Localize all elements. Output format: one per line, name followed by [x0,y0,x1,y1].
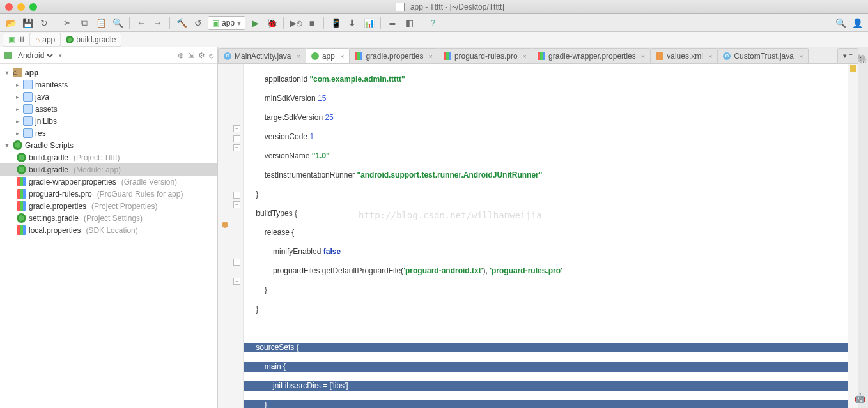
forward-icon[interactable]: → [151,16,165,30]
editor-tab[interactable]: gradle.properties× [349,48,438,63]
user-icon[interactable]: 👤 [850,16,864,30]
close-window-icon[interactable] [5,3,13,11]
copy-icon[interactable]: ⧉ [77,16,91,30]
maximize-window-icon[interactable] [29,3,37,11]
run-config-selector[interactable]: ▣app▾ [208,16,245,30]
tree-item[interactable]: ▸manifests [0,79,217,91]
project-tool-window: Android ▾ ⊕ ⇲ ⚙ ⎋ ▼⌂app ▸manifests▸java▸… [0,47,218,408]
minimize-window-icon[interactable] [17,3,25,11]
breadcrumb-item[interactable]: build.gradle [60,33,121,47]
profiler-icon[interactable]: 📊 [362,16,376,30]
close-tab-icon[interactable]: × [523,52,527,60]
editor-area: CMainActivity.java×app×gradle.properties… [218,47,858,408]
editor-tab[interactable]: values.xml× [650,48,718,63]
project-view-selector[interactable]: Android [15,50,55,61]
avd-icon[interactable]: 📱 [329,16,343,30]
close-tab-icon[interactable]: × [641,52,645,60]
tree-item[interactable]: gradle.properties(Project Properties) [0,200,217,212]
build-icon[interactable]: 🔨 [174,16,189,30]
settings-icon[interactable]: ⚙ [198,51,205,60]
attach-icon[interactable]: ▶⎋ [288,16,302,30]
tree-gradle-root[interactable]: ▼Gradle Scripts [0,139,217,151]
close-tab-icon[interactable]: × [799,52,803,60]
stop-icon[interactable]: ■ [305,16,319,30]
tree-item[interactable]: build.gradle(Module: app) [0,163,217,176]
main-toolbar: 📂 💾 ↻ ✂ ⧉ 📋 🔍 ← → 🔨 ↺ ▣app▾ ▶ 🐞 ▶⎋ ■ 📱 ⬇… [0,14,868,32]
close-tab-icon[interactable]: × [340,52,344,60]
sync-gradle-icon[interactable]: ↺ [191,16,205,30]
close-tab-icon[interactable]: × [296,52,300,60]
tree-item[interactable]: ▸res [0,127,217,139]
gradle-tool-button[interactable]: 🐘 Gradle [858,47,868,408]
mac-titlebar: app - Ttttt - [~/Desktop/Ttttt] [0,0,868,14]
editor-tab[interactable]: proguard-rules.pro× [438,48,532,63]
tree-item[interactable]: ▸java [0,91,217,103]
breadcrumb-item[interactable]: ⌂app [29,33,61,47]
window-title: app - Ttttt - [~/Desktop/Ttttt] [37,2,863,12]
project-header: Android ▾ ⊕ ⇲ ⚙ ⎋ [0,47,217,64]
breadcrumb-item[interactable]: ▣ttt [3,33,30,47]
debug-icon[interactable]: 🐞 [265,16,279,30]
editor-tabs: CMainActivity.java×app×gradle.properties… [218,47,858,64]
breadcrumb-bar: ▣ttt ⌂app build.gradle [0,32,868,47]
back-icon[interactable]: ← [134,16,148,30]
editor-gutter[interactable]: − − − − − − − [218,64,244,408]
project-tree[interactable]: ▼⌂app ▸manifests▸java▸assets▸jniLibs▸res… [0,64,217,408]
editor-error-stripe[interactable] [848,64,858,408]
open-icon[interactable]: 📂 [4,16,18,30]
warning-marker-icon[interactable] [850,65,856,72]
code-editor[interactable]: applicationId "com.example.admin.ttttt" … [244,64,848,408]
tree-root[interactable]: ▼⌂app [0,66,217,79]
close-tab-icon[interactable]: × [428,52,432,60]
gradle-icon: 🐘 [857,54,868,64]
hide-icon[interactable]: ⎋ [209,51,213,60]
sync-icon[interactable]: ↻ [37,16,51,30]
tree-item[interactable]: ▸jniLibs [0,115,217,127]
structure-icon[interactable]: ≣ [385,16,399,30]
help-icon[interactable]: ? [426,16,440,30]
close-tab-icon[interactable]: × [708,52,712,60]
editor-tab[interactable]: CCustomTrust.java× [717,48,809,63]
editor-tab[interactable]: CMainActivity.java× [218,48,306,63]
editor-tab[interactable]: app× [306,48,350,63]
tree-item[interactable]: build.gradle(Project: Ttttt) [0,151,217,163]
sdk-icon[interactable]: ⬇ [345,16,359,30]
tree-item[interactable]: local.properties(SDK Location) [0,224,217,236]
tree-item[interactable]: ▸assets [0,103,217,115]
file-icon [396,3,405,11]
target-icon[interactable]: ⊕ [178,51,184,60]
paste-icon[interactable]: 📋 [94,16,108,30]
window-controls [5,3,37,11]
search-everywhere-icon[interactable]: 🔍 [833,16,848,30]
find-icon[interactable]: 🔍 [111,16,125,30]
tree-item[interactable]: proguard-rules.pro(ProGuard Rules for ap… [0,188,217,200]
breakpoint-icon[interactable] [222,222,228,228]
tree-item[interactable]: settings.gradle(Project Settings) [0,212,217,224]
tree-item[interactable]: gradle-wrapper.properties(Gradle Version… [0,176,217,188]
android-icon[interactable]: 🤖 [855,393,865,403]
cut-icon[interactable]: ✂ [61,16,75,30]
layout-icon[interactable]: ◧ [402,16,416,30]
save-icon[interactable]: 💾 [20,16,35,30]
editor-tab[interactable]: gradle-wrapper.properties× [532,48,651,63]
run-icon[interactable]: ▶ [248,16,262,30]
collapse-icon[interactable]: ⇲ [188,51,194,60]
